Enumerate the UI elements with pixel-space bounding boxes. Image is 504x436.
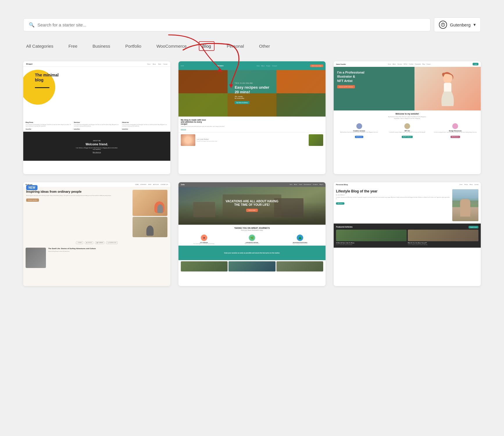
gutenberg-label: Gutenberg xyxy=(450,22,471,27)
template-preview-travel: Zelle ToursAboutTravelDestinations ▾Cont… xyxy=(178,182,326,286)
template-preview-recipes: ♦ ♦ ♦ Recipes HomeAboutRecipesContact ▾ … xyxy=(178,61,326,174)
template-preview-podcast: NEW Podcast HOMEEPISODESSHOPARTICLESCONT… xyxy=(23,182,170,286)
template-card-personal-blog[interactable]: Personal Blog HomeStoriesAboutContact Li… xyxy=(334,182,481,286)
category-woocommerce[interactable]: WooCommerce xyxy=(153,42,190,50)
templates-grid: Blogger HomeAboutNewsContact The minimal… xyxy=(23,61,481,286)
template-card-recipes[interactable]: ♦ ♦ ♦ Recipes HomeAboutRecipesContact ▾ … xyxy=(178,61,326,174)
categories-row: All Categories Free Business Portfolio W… xyxy=(23,41,481,51)
category-portfolio[interactable]: Portfolio xyxy=(122,42,144,50)
gutenberg-icon xyxy=(439,21,447,29)
category-other[interactable]: Other xyxy=(256,42,273,50)
template-preview-blogger: Blogger HomeAboutNewsContact The minimal… xyxy=(23,61,170,174)
categories-wrapper: All Categories Free Business Portfolio W… xyxy=(23,41,481,51)
search-bar[interactable]: 🔍 xyxy=(23,18,430,31)
template-card-podcast[interactable]: NEW Podcast HOMEEPISODESSHOPARTICLESCONT… xyxy=(23,182,170,286)
category-blog[interactable]: Blog xyxy=(199,41,215,51)
new-badge-podcast: NEW xyxy=(26,185,37,190)
svg-point-2 xyxy=(443,73,452,84)
category-business[interactable]: Business xyxy=(90,42,113,50)
category-free[interactable]: Free xyxy=(65,42,80,50)
category-personal[interactable]: Personal xyxy=(224,42,247,50)
template-preview-nft: Jane Austin HomeAboutServicesNFTs ▾Portf… xyxy=(334,61,481,174)
template-card-nft[interactable]: Jane Austin HomeAboutServicesNFTs ▾Portf… xyxy=(334,61,481,174)
category-all[interactable]: All Categories xyxy=(23,42,56,50)
search-row: 🔍 Gutenberg ▾ xyxy=(23,17,481,32)
template-card-travel[interactable]: Zelle ToursAboutTravelDestinations ▾Cont… xyxy=(178,182,326,286)
gutenberg-dropdown-icon: ▾ xyxy=(473,22,476,27)
template-preview-personal-blog: Personal Blog HomeStoriesAboutContact Li… xyxy=(334,182,481,286)
search-icon: 🔍 xyxy=(29,22,35,28)
search-input[interactable] xyxy=(37,22,425,27)
gutenberg-button[interactable]: Gutenberg ▾ xyxy=(434,17,481,32)
template-card-blogger[interactable]: Blogger HomeAboutNewsContact The minimal… xyxy=(23,61,170,174)
